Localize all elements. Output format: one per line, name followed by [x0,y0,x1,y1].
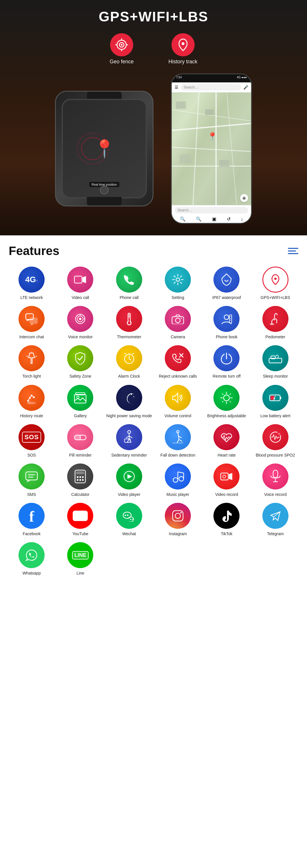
feature-label: Line [77,570,84,576]
feature-label: Whatsapp [23,570,41,576]
feature-label: Camera [171,334,185,339]
feature-item-sos: SOSSOS [9,424,54,458]
feature-item-sleep-monitor: Sleep monitor [253,345,298,379]
feature-icon-youtube [67,503,93,529]
feature-icon-video-record [214,464,240,490]
features-section: Features 4G↑LTE networkVideo callPhone c… [0,235,307,588]
svg-text:%: % [278,433,280,435]
svg-rect-115 [273,470,278,478]
feature-item-voice-record: Voice record [253,464,298,497]
svg-rect-80 [75,435,80,440]
hero-section: GPS+WIFI+LBS Geo fence [0,0,307,235]
feature-item-facebook: fFacebook [9,503,54,536]
feature-item-setting: Setting [155,267,201,300]
svg-marker-9 [83,276,86,283]
feature-label: Video call [72,295,89,300]
menu-icon[interactable] [288,248,298,254]
svg-point-106 [173,478,178,482]
feature-item-video-record: Video record [204,464,249,497]
hero-title: GPS+WIFI+LBS [99,9,208,25]
phone-image: 7:54 4G ●●● ☰ Search.... 🎤 [171,73,252,224]
svg-point-63 [224,395,229,401]
svg-point-122 [132,519,133,520]
feature-label: Music player [167,492,189,497]
feature-icon-safety-zone [67,345,93,371]
feature-icon-ip67-waterproof [214,267,240,292]
feature-label: Sedentary reminder [111,453,147,458]
feature-item-safety-zone: Safety Zone [57,345,103,379]
feature-icon-video-player [116,464,142,490]
feature-item-gpswifilbs: GPS+WIFI+LBS [253,267,298,300]
watch-container: 📍 Real time position [55,91,154,207]
hero-content: 📍 Real time position [6,73,301,224]
feature-item-history-route: History route [9,385,54,418]
svg-point-27 [224,315,229,319]
feature-icon-gpswifilbs [262,267,288,292]
feature-icon-gallery [67,385,93,411]
menu-line-3 [288,253,298,254]
feature-icon-lte-network: 4G↑ [19,267,45,292]
feature-icon-low-battery-alert [262,385,288,411]
feature-item-volume-control: Volume control [155,385,201,418]
feature-item-phone-book: Phone book [204,306,249,339]
feature-item-low-battery-alert: Low battery alert [253,385,298,418]
svg-point-114 [223,475,226,478]
feature-label: Sleep monitor [263,374,288,379]
svg-point-58 [131,394,132,395]
feature-item-phone-call: Phone call [106,267,152,300]
features-title: Features [9,244,59,258]
svg-marker-113 [229,473,232,480]
feature-icon-phone-call [116,267,142,292]
feature-label: Calculator [71,492,89,497]
feature-label: Pedometer [266,334,285,339]
feature-icon-telegram [262,503,288,529]
feature-icon-pill-reminder [67,424,93,450]
feature-label: Brightness adjustable [207,413,246,418]
svg-point-120 [127,515,128,516]
phone-bottom-search: Search.... [175,207,248,213]
svg-point-25 [175,318,180,323]
feature-label: History route [20,413,43,418]
feature-label: Video record [215,492,238,497]
feature-icon-voice-monitor [67,306,93,332]
svg-rect-23 [129,318,130,323]
geo-fence-icon [110,33,133,56]
svg-rect-55 [75,394,86,403]
feature-label: Reject unknown calls [159,374,197,379]
feature-item-pedometer: Pedometer [253,306,298,339]
feature-item-night-power-saving-mode: Night power saving mode [106,385,152,418]
watch-image: 📍 Real time position [55,91,154,207]
feature-item-ip67-waterproof: IP67 waterproof [204,267,249,300]
feature-label: Facebook [23,531,40,536]
feature-label: GPS+WIFI+LBS [261,295,290,300]
svg-line-34 [35,356,37,357]
history-track-item: History track [169,33,197,65]
feature-label: YouTube [73,531,88,536]
svg-rect-45 [269,358,282,363]
svg-point-26 [181,318,182,319]
svg-point-121 [130,519,131,520]
svg-point-103 [82,479,84,481]
feature-icon-intercom-chat [19,306,45,332]
feature-icon-tiktok [214,503,240,529]
feature-icon-line: LINE [67,542,93,568]
feature-label: Setting [171,295,184,300]
feature-label: Voice record [264,492,287,497]
geo-fence-label: Geo fence [110,59,134,65]
phone-container: 7:54 4G ●●● ☰ Search.... 🎤 [171,73,252,224]
feature-item-video-player: Video player [106,464,152,497]
svg-line-109 [178,472,184,473]
feature-label: LTE network [20,295,43,300]
svg-marker-105 [128,474,132,479]
svg-point-100 [82,476,84,478]
feature-label: Instagram [169,531,187,536]
svg-point-81 [128,431,131,433]
feature-item-alarm-clock: Alarm Clock [106,345,152,379]
feature-item-reject-unknown-calls: Reject unknown calls [155,345,201,379]
feature-label: Video player [118,492,140,497]
feature-item-sedentary-reminder: Sedentary reminder [106,424,152,458]
feature-label: Blood pressure SPO2 [256,453,295,458]
feature-icon-instagram [165,503,191,529]
svg-line-68 [222,394,223,395]
feature-label: SOS [27,453,36,458]
